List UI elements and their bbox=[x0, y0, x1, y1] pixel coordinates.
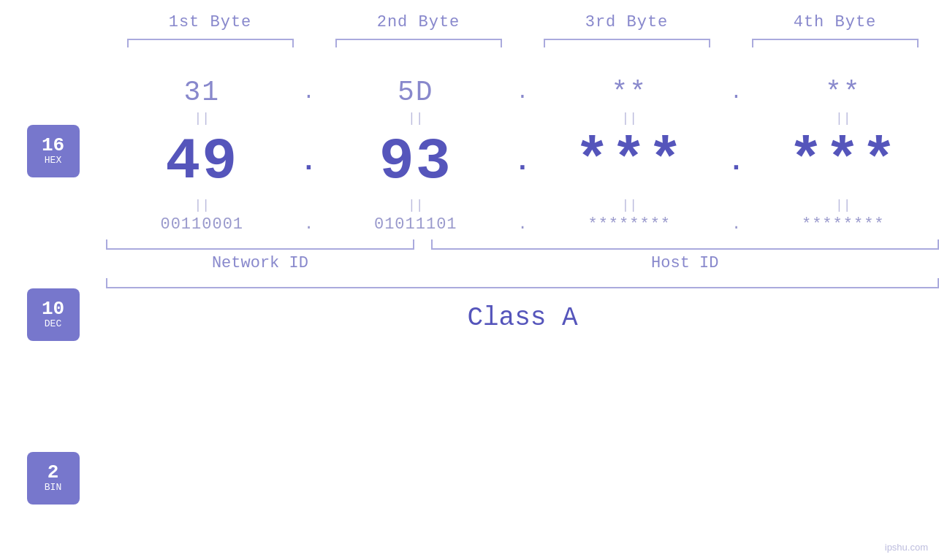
bin-badge: 2 BIN bbox=[27, 452, 80, 505]
bracket-cell-1 bbox=[106, 39, 314, 47]
hex-byte-2: 5D bbox=[320, 77, 512, 108]
byte-4-header: 4th Byte bbox=[731, 13, 939, 31]
content-area: 16 HEX 10 DEC 2 BIN 31 . 5D bbox=[0, 69, 939, 560]
network-bracket bbox=[106, 239, 414, 250]
eq-1-4: || bbox=[835, 111, 851, 126]
hex-badge: 16 HEX bbox=[27, 125, 80, 177]
bracket-cell-4 bbox=[731, 39, 939, 47]
dec-byte-3: *** bbox=[533, 129, 726, 195]
eq-2-4: || bbox=[835, 198, 851, 212]
byte-headers: 1st Byte 2nd Byte 3rd Byte 4th Byte bbox=[0, 13, 939, 31]
eq-1-1: || bbox=[194, 111, 210, 126]
bracket-4 bbox=[752, 39, 919, 47]
hex-byte-3: ** bbox=[533, 77, 726, 108]
bin-byte-3: ******** bbox=[533, 215, 726, 234]
bracket-3 bbox=[544, 39, 710, 47]
dot-bin-1: . bbox=[298, 215, 320, 234]
eq-2-3: || bbox=[621, 198, 637, 212]
bracket-1 bbox=[127, 39, 294, 47]
full-bracket bbox=[106, 278, 939, 288]
dec-byte-4: *** bbox=[748, 129, 940, 195]
dot-hex-3: . bbox=[726, 81, 748, 104]
network-host-labels: Network ID Host ID bbox=[106, 254, 939, 272]
byte-1-header: 1st Byte bbox=[106, 13, 314, 31]
byte-3-header: 3rd Byte bbox=[522, 13, 731, 31]
hex-row: 31 . 5D . ** . ** bbox=[106, 77, 939, 108]
eq-1-2: || bbox=[408, 111, 424, 126]
bin-byte-4: ******** bbox=[748, 215, 940, 234]
bracket-gap bbox=[414, 239, 431, 250]
bracket-cell-2 bbox=[314, 39, 522, 47]
bin-byte-2: 01011101 bbox=[320, 215, 512, 234]
dot-bin-2: . bbox=[512, 215, 533, 234]
equals-row-2: || || || || bbox=[106, 198, 939, 212]
dot-hex-1: . bbox=[298, 81, 320, 104]
rows-area: 31 . 5D . ** . ** || || bbox=[106, 69, 939, 560]
dot-dec-1: . bbox=[298, 148, 320, 176]
watermark: ipshu.com bbox=[885, 542, 928, 553]
host-id-label: Host ID bbox=[431, 254, 939, 272]
eq-2-1: || bbox=[194, 198, 210, 212]
network-id-label: Network ID bbox=[106, 254, 414, 272]
eq-2-2: || bbox=[408, 198, 424, 212]
dot-hex-2: . bbox=[512, 81, 533, 104]
bin-byte-1: 00110001 bbox=[106, 215, 298, 234]
dot-bin-3: . bbox=[726, 215, 748, 234]
eq-1-3: || bbox=[621, 111, 637, 126]
dec-badge: 10 DEC bbox=[27, 288, 80, 341]
hex-byte-1: 31 bbox=[106, 77, 298, 108]
byte-2-header: 2nd Byte bbox=[314, 13, 522, 31]
hex-byte-4: ** bbox=[748, 77, 940, 108]
main-container: 1st Byte 2nd Byte 3rd Byte 4th Byte 16 H… bbox=[0, 0, 939, 560]
dot-dec-2: . bbox=[512, 148, 533, 176]
dec-row: 49 . 93 . *** . *** bbox=[106, 129, 939, 195]
bin-row: 00110001 . 01011101 . ******** . *******… bbox=[106, 215, 939, 234]
equals-row-1: || || || || bbox=[106, 111, 939, 126]
bottom-bracket-row bbox=[106, 239, 939, 250]
bracket-2 bbox=[335, 39, 502, 47]
dec-byte-1: 49 bbox=[106, 129, 298, 195]
bracket-cell-3 bbox=[522, 39, 731, 47]
badges-column: 16 HEX 10 DEC 2 BIN bbox=[0, 69, 106, 560]
dec-byte-2: 93 bbox=[320, 129, 512, 195]
host-bracket bbox=[431, 239, 939, 250]
top-brackets bbox=[0, 39, 939, 47]
class-label: Class A bbox=[106, 303, 939, 333]
dot-dec-3: . bbox=[726, 148, 748, 176]
